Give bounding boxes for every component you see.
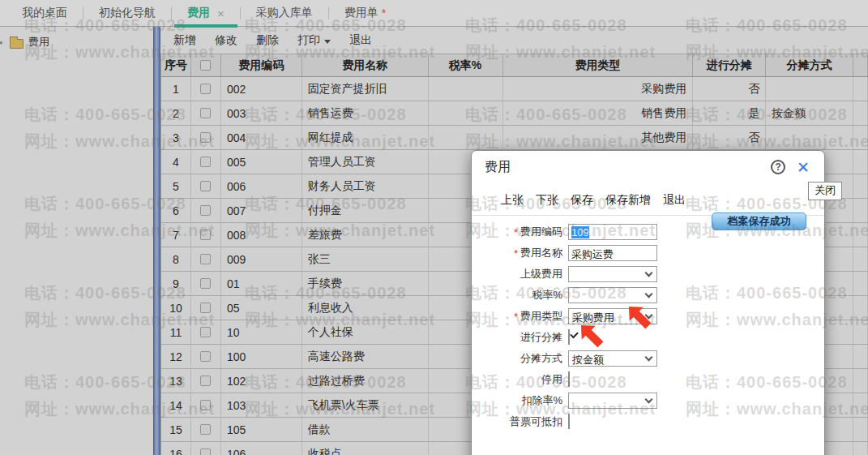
cell-tax bbox=[429, 126, 503, 149]
row-checkbox[interactable] bbox=[200, 400, 211, 410]
label-text: 费用名称 bbox=[520, 246, 562, 260]
tab-label: 费用 bbox=[187, 6, 210, 20]
cell-pad bbox=[853, 223, 868, 247]
sidebar-splitter[interactable] bbox=[153, 27, 160, 455]
column-header-name[interactable]: 费用名称 bbox=[302, 54, 429, 76]
save-success-toast: 档案保存成功 bbox=[712, 212, 806, 230]
column-header-type[interactable]: 费用类型 bbox=[503, 54, 694, 76]
edit-button[interactable]: 修改 bbox=[215, 33, 237, 48]
table-row[interactable]: 1002固定资产提折旧采购费用否 bbox=[161, 77, 868, 101]
cell-code: 105 bbox=[221, 418, 302, 441]
row-checkbox[interactable] bbox=[200, 84, 211, 94]
row-checkbox[interactable] bbox=[200, 424, 211, 435]
cell-code: 100 bbox=[221, 345, 302, 368]
row-checkbox[interactable] bbox=[200, 327, 211, 337]
form-row: 停用 bbox=[472, 369, 824, 390]
chevron-down-icon bbox=[645, 290, 653, 298]
cell-code: 004 bbox=[221, 126, 302, 149]
cell-chk bbox=[191, 272, 221, 295]
tab-fee-doc[interactable]: 费用单* bbox=[329, 0, 401, 27]
row-checkbox[interactable] bbox=[200, 449, 211, 455]
cell-pad bbox=[853, 126, 868, 149]
ordinary-invoice-deductible-checkbox[interactable] bbox=[568, 414, 570, 429]
row-checkbox[interactable] bbox=[200, 132, 211, 143]
cell-type: 采购费用 bbox=[503, 77, 694, 101]
row-checkbox[interactable] bbox=[200, 278, 211, 289]
cell-tax bbox=[429, 101, 503, 125]
toolbar-label: 退出 bbox=[349, 33, 372, 48]
cell-chk bbox=[191, 126, 221, 149]
print-button[interactable]: 打印 bbox=[297, 33, 331, 48]
tab-label: 我的桌面 bbox=[22, 6, 67, 20]
save-new-button[interactable]: 保存新增 bbox=[605, 193, 651, 208]
cell-method bbox=[766, 77, 853, 101]
exit-dialog-button[interactable]: 退出 bbox=[663, 193, 686, 208]
fee-code-field[interactable]: 109 bbox=[568, 224, 657, 240]
tab-purchase-inbound[interactable]: 采购入库单 bbox=[241, 0, 328, 27]
form-row: 税率% bbox=[472, 285, 824, 306]
help-icon[interactable]: ? bbox=[771, 160, 785, 174]
close-icon[interactable]: ✕ bbox=[797, 160, 810, 175]
deduction-rate-select[interactable] bbox=[568, 393, 657, 409]
cell-chk bbox=[191, 296, 221, 320]
row-checkbox[interactable] bbox=[200, 108, 211, 118]
prev-record-button[interactable]: 上张 bbox=[501, 193, 524, 208]
row-checkbox[interactable] bbox=[200, 376, 211, 386]
tab-close-icon[interactable]: × bbox=[217, 6, 224, 20]
tab-my-desktop[interactable]: 我的桌面 bbox=[6, 0, 83, 27]
cell-name: 过路过桥费 bbox=[302, 369, 429, 393]
cell-name: 网红提成 bbox=[302, 126, 429, 149]
toolbar-label: 删除 bbox=[256, 33, 279, 48]
field-label: 扣除率% bbox=[472, 393, 562, 408]
tax-rate-select[interactable] bbox=[568, 287, 657, 303]
form-row: 进行分摊 bbox=[472, 327, 824, 348]
table-row[interactable]: 2003销售运费销售费用是按金额 bbox=[161, 101, 868, 126]
row-checkbox[interactable] bbox=[200, 205, 211, 216]
tree-expander-icon[interactable]: ◂ bbox=[0, 38, 5, 46]
cell-pad bbox=[853, 442, 868, 455]
cell-share: 是 bbox=[693, 101, 766, 125]
row-checkbox[interactable] bbox=[200, 303, 211, 313]
column-header-chk[interactable] bbox=[191, 54, 221, 76]
cell-pad bbox=[853, 272, 868, 295]
fee-name-field[interactable]: 采购运费 bbox=[568, 245, 657, 261]
cell-chk bbox=[191, 320, 221, 344]
tab-init-nav[interactable]: 初始化导航 bbox=[83, 0, 171, 27]
folder-icon bbox=[10, 39, 24, 49]
toolbar-label: 打印 bbox=[297, 33, 320, 48]
cell-no: 16 bbox=[161, 442, 191, 455]
column-header-pad[interactable] bbox=[853, 54, 868, 76]
allocate-method-select[interactable]: 按金额 bbox=[568, 350, 657, 367]
cell-no: 5 bbox=[161, 174, 191, 198]
cell-share: 否 bbox=[693, 77, 766, 101]
cell-chk bbox=[191, 393, 221, 417]
tab-bar: 我的桌面初始化导航费用×采购入库单费用单* bbox=[0, 0, 868, 27]
cell-code: 005 bbox=[221, 150, 302, 174]
tab-fee[interactable]: 费用× bbox=[172, 0, 240, 27]
cell-type: 销售费用 bbox=[503, 101, 694, 125]
row-checkbox[interactable] bbox=[200, 254, 211, 264]
column-header-share[interactable]: 进行分摊 bbox=[693, 54, 766, 76]
select-all-checkbox[interactable] bbox=[200, 60, 211, 71]
column-header-method[interactable]: 分摊方式 bbox=[766, 54, 853, 76]
row-checkbox[interactable] bbox=[200, 181, 211, 191]
cell-no: 12 bbox=[161, 345, 191, 368]
next-record-button[interactable]: 下张 bbox=[536, 193, 558, 208]
parent-fee-select[interactable] bbox=[568, 266, 657, 282]
save-button[interactable]: 保存 bbox=[571, 193, 593, 208]
cell-chk bbox=[191, 77, 221, 101]
chevron-down-icon bbox=[645, 396, 653, 404]
sidebar-item-fee[interactable]: ◂ 费用 bbox=[0, 28, 154, 49]
row-checkbox[interactable] bbox=[200, 351, 211, 362]
row-checkbox[interactable] bbox=[200, 230, 211, 240]
exit-button[interactable]: 退出 bbox=[349, 33, 372, 48]
column-header-code[interactable]: 费用编码 bbox=[221, 54, 302, 76]
column-header-no[interactable]: 序号 bbox=[161, 54, 191, 76]
add-button[interactable]: 新增 bbox=[173, 33, 196, 48]
disabled-checkbox[interactable] bbox=[568, 371, 570, 387]
column-header-tax[interactable]: 税率% bbox=[429, 54, 503, 76]
table-row[interactable]: 3004网红提成其他费用否 bbox=[161, 126, 868, 150]
allocate-checkbox[interactable] bbox=[568, 329, 570, 345]
row-checkbox[interactable] bbox=[200, 157, 211, 167]
delete-button[interactable]: 删除 bbox=[256, 33, 279, 48]
